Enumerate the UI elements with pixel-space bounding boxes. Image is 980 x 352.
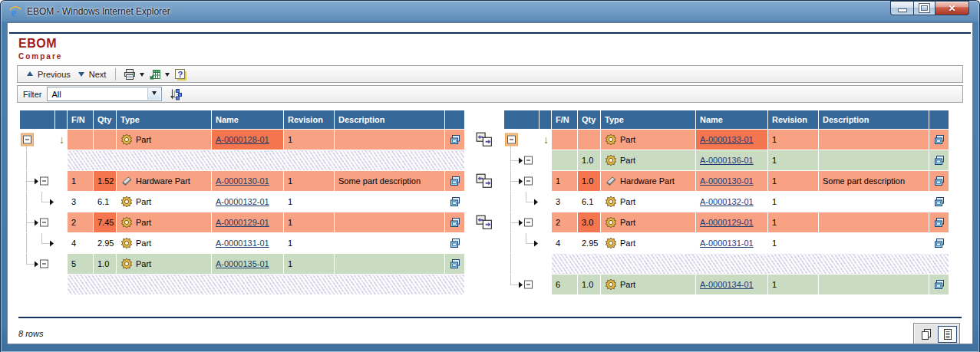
print-row-icon[interactable] (933, 237, 945, 249)
help-icon (174, 68, 186, 81)
close-button[interactable]: ✕ (935, 1, 969, 15)
minimize-button[interactable] (890, 1, 914, 15)
filter-dropdown-button[interactable] (147, 88, 160, 100)
print-row-icon[interactable] (933, 154, 945, 166)
print-button[interactable] (121, 67, 137, 81)
table-row: ↓ Part A-0000133-01 1 (504, 130, 949, 150)
print-row-icon[interactable] (449, 258, 461, 270)
print-row-icon[interactable] (449, 216, 461, 229)
part-name-link[interactable]: A-0000129-01 (700, 218, 754, 227)
filter-toolbar: Filter All (17, 85, 963, 103)
footer: 8 rows (18, 323, 960, 344)
table-row: 4 2.95 Part A-0000131-01 1 (20, 233, 465, 254)
print-row-icon[interactable] (449, 175, 461, 187)
table-row: 6 1.0 Part A-0000134-01 1 (504, 275, 949, 295)
part-name-link[interactable]: A-0000132-01 (700, 197, 754, 206)
part-name-link[interactable]: A-0000130-01 (700, 176, 754, 186)
column-header-fn: F/N (68, 110, 94, 130)
minus-box-icon (40, 260, 48, 268)
triangle-icon (35, 178, 38, 184)
export-dropdown-arrow[interactable] (165, 73, 170, 79)
part-name-link[interactable]: A-0000129-01 (216, 218, 269, 227)
hardware-part-icon (605, 175, 617, 187)
tree-column-header (20, 110, 55, 130)
export-button[interactable] (147, 67, 163, 81)
help-button[interactable] (172, 67, 188, 81)
column-header-revision: Revision (768, 110, 819, 130)
column-header-fn: F/N (552, 110, 578, 130)
column-header-type: Type (601, 110, 696, 130)
tree-collapse-toggle[interactable] (519, 177, 533, 186)
triangle-icon (50, 199, 54, 205)
chevron-down-icon (152, 91, 157, 97)
part-name-link[interactable]: A-0000131-01 (700, 239, 754, 248)
merge-row-button[interactable] (476, 173, 493, 189)
indicator-column-header (55, 110, 68, 130)
placeholder-row (20, 275, 465, 295)
placeholder-row (504, 254, 949, 275)
print-row-icon[interactable] (449, 133, 461, 146)
part-name-link[interactable]: A-0000128-01 (216, 135, 269, 144)
export-table-icon (149, 68, 161, 81)
pages-icon (920, 328, 932, 340)
filter-select[interactable]: All (47, 87, 162, 101)
tree-collapse-toggle[interactable] (519, 281, 533, 289)
minus-box-icon (524, 219, 533, 227)
browser-window: EBOM - Windows Internet Explorer ✕ EBOM … (0, 0, 980, 352)
page-top-divider (9, 32, 971, 34)
tree-collapse-toggle[interactable] (35, 177, 48, 186)
part-name-link[interactable]: A-0000132-01 (216, 197, 269, 206)
merge-row-button[interactable] (476, 132, 493, 147)
window-controls: ✕ (890, 1, 969, 15)
print-row-icon[interactable] (449, 237, 461, 249)
minus-box-icon (524, 281, 533, 289)
tree-collapse-toggle[interactable] (35, 260, 48, 268)
print-dropdown-arrow[interactable] (140, 73, 144, 79)
triangle-icon (50, 240, 54, 246)
tree-collapse-toggle[interactable] (519, 219, 533, 227)
maximize-button[interactable] (913, 1, 935, 15)
table-row: 1 1.0 Hardware Part A-0000130-01 1 Some … (504, 171, 949, 192)
title-bar: EBOM - Windows Internet Explorer (1, 1, 979, 22)
page-header: EBOM Compare (18, 37, 972, 61)
hatched-placeholder (68, 150, 465, 171)
part-icon (120, 237, 133, 249)
triangle-icon (534, 240, 538, 246)
part-name-link[interactable]: A-0000133-01 (700, 135, 754, 144)
tree-collapse-toggle[interactable] (21, 134, 33, 146)
print-row-icon[interactable] (933, 196, 945, 208)
print-row-icon[interactable] (933, 278, 945, 291)
part-name-link[interactable]: A-0000131-01 (216, 239, 269, 248)
view-toggle-group (913, 323, 960, 344)
previous-button[interactable]: Previous (23, 69, 74, 80)
next-button[interactable]: Next (74, 69, 111, 80)
print-row-icon[interactable] (933, 133, 945, 146)
triangle-icon (519, 219, 523, 225)
minus-box-icon (524, 156, 533, 165)
single-view-button[interactable] (938, 326, 957, 343)
column-header-qty: Qty (94, 110, 117, 130)
merge-row-button[interactable] (476, 215, 493, 230)
column-header-name: Name (696, 110, 768, 130)
table-row: 2 7.45 Part A-0000129-01 1 (20, 212, 465, 233)
table-row: 3 6.1 Part A-0000132-01 1 (20, 192, 465, 212)
triangle-icon (534, 199, 538, 205)
print-row-icon[interactable] (933, 175, 945, 187)
merge-column (465, 110, 503, 295)
filter-label: Filter (23, 90, 41, 99)
tree-collapse-toggle[interactable] (519, 156, 533, 165)
compare-view-button[interactable] (916, 326, 935, 343)
part-name-link[interactable]: A-0000130-01 (216, 176, 269, 186)
footer-divider (18, 317, 962, 318)
print-row-icon[interactable] (449, 196, 461, 208)
part-name-link[interactable]: A-0000134-01 (700, 280, 754, 289)
minus-box-icon (40, 219, 48, 227)
part-name-link[interactable]: A-0000135-01 (216, 259, 269, 268)
print-row-icon[interactable] (933, 216, 945, 229)
part-icon (605, 196, 617, 208)
tree-collapse-toggle[interactable] (506, 134, 517, 146)
table-row: 2 3.0 Part A-0000129-01 1 (504, 212, 949, 233)
part-name-link[interactable]: A-0000136-01 (700, 156, 754, 165)
sort-structure-button[interactable] (169, 88, 183, 100)
tree-collapse-toggle[interactable] (35, 219, 48, 227)
